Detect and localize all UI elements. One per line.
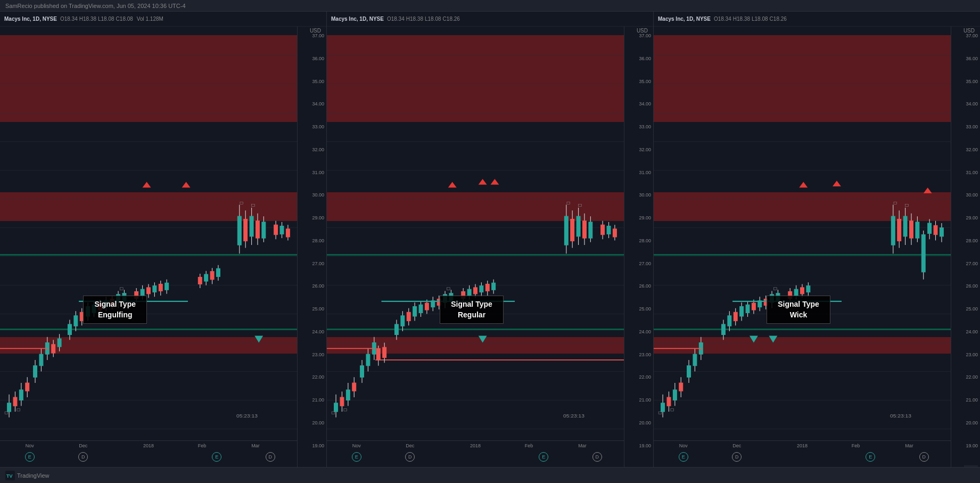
price-31-1: 31.00 [312,170,324,175]
nav-icon-d2-1[interactable]: D [266,452,275,462]
time-mar-3: Mar [905,443,913,448]
svg-rect-159 [485,284,489,291]
price-33-1: 33.00 [312,124,324,129]
price-29-1: 29.00 [312,215,324,220]
svg-rect-138 [419,305,423,313]
svg-rect-15 [7,403,11,412]
svg-rect-33 [17,409,20,411]
svg-rect-17 [13,397,17,406]
time-dec-2: Dec [406,443,414,448]
svg-rect-229 [740,307,744,316]
svg-rect-157 [480,286,483,292]
nav-icon-e-3[interactable]: E [679,452,688,462]
svg-rect-60 [147,288,151,294]
signal-box-1: Signal Type Engulfing [83,296,147,324]
svg-rect-172 [567,202,570,204]
svg-marker-267 [769,336,777,343]
nav-icon-d2-3[interactable]: D [919,452,929,462]
ohlc-2: O18.34H18.38L18.08C18.26 [387,16,462,22]
chart-area-2: 05:23:13 Signal Type Regular [327,27,624,440]
signal-box-2: Signal Type Regular [440,296,504,324]
nav-icon-e2-3[interactable]: E [866,452,875,462]
svg-rect-62 [153,286,157,292]
price-30-1: 30.00 [312,192,324,198]
svg-rect-19 [19,390,23,400]
svg-rect-209 [667,397,671,406]
svg-rect-82 [256,221,260,238]
nav-icon-e2-1[interactable]: E [212,452,221,462]
svg-rect-70 [204,274,208,281]
charts-container: Macys Inc, 1D, NYSE O18.34H18.38L18.08C1… [0,12,980,467]
chart-area-3: 05:23:13 Signal Type Wick [654,27,951,440]
symbol-1: Macys Inc, 1D, NYSE [4,16,57,22]
svg-rect-271 [928,223,932,233]
ohlc-3: O18.34H18.38L18.08C18.26 [714,16,788,22]
nav-icon-e-2[interactable]: E [352,452,361,462]
price-37-2: 37.00 [639,33,651,38]
svg-rect-221 [671,409,674,411]
symbol-2: Macys Inc, 1D, NYSE [331,16,384,22]
price-scale-2: USD 37.00 36.00 35.00 34.00 33.00 32.00 … [624,27,653,467]
svg-rect-85 [240,202,243,204]
nav-icon-d-1[interactable]: D [78,452,88,462]
price-22-2: 22.00 [639,374,651,380]
svg-text:05:23:13: 05:23:13 [563,413,584,419]
nav-icon-d2-2[interactable]: D [592,452,602,462]
time-feb-3: Feb [852,443,860,448]
price-24-1: 24.00 [312,329,324,334]
nav-icon-e-1[interactable]: E [25,452,35,462]
price-25-3: 25.00 [966,306,978,312]
tv-logo-text: TradingView [17,472,50,479]
signal-label2-2: Regular [448,310,496,321]
price-21-3: 21.00 [966,397,978,403]
price-35-1: 35.00 [312,79,324,84]
price-32-1: 32.00 [312,147,324,152]
svg-rect-29 [52,345,55,353]
time-dec-3: Dec [732,443,741,448]
price-27-2: 27.00 [639,261,651,266]
svg-rect-86 [252,204,255,206]
signal-label1-2: Signal Type [448,299,496,310]
price-32-3: 32.00 [966,147,978,152]
svg-text:05:23:13: 05:23:13 [890,413,911,419]
svg-rect-21 [26,383,29,391]
price-21-1: 21.00 [312,397,324,403]
price-20-1: 20.00 [312,420,324,425]
svg-rect-127 [332,412,335,414]
price-30-2: 30.00 [639,192,651,198]
svg-rect-155 [474,288,477,294]
svg-marker-265 [924,187,932,193]
nav-icon-d-3[interactable]: D [732,452,742,462]
time-axis-2: Nov Dec 2018 Feb Mar E D E D [327,440,624,467]
svg-rect-140 [425,303,429,310]
price-31-2: 31.00 [639,170,651,175]
svg-rect-35 [68,324,72,334]
price-35-2: 35.00 [639,79,651,84]
svg-rect-275 [940,228,944,236]
svg-rect-177 [607,226,611,234]
svg-rect-262 [905,204,909,206]
price-31-3: 31.00 [966,170,978,175]
svg-rect-188 [376,348,380,360]
svg-rect-277 [921,235,925,272]
nav-icon-e2-2[interactable]: E [539,452,548,462]
price-19-3: 19.00 [966,443,978,448]
svg-rect-37 [74,316,78,326]
svg-rect-80 [250,216,253,236]
svg-rect-242 [773,288,777,290]
svg-rect-90 [280,226,284,234]
price-23-3: 23.00 [966,352,978,357]
svg-rect-74 [217,268,220,276]
nav-icon-d-2[interactable]: D [405,452,415,462]
price-28-3: 28.00 [966,238,978,243]
signal-label1-3: Signal Type [775,299,822,310]
svg-rect-128 [344,409,347,411]
svg-rect-78 [244,219,248,241]
price-29-2: 29.00 [639,215,651,220]
svg-rect-273 [934,225,937,234]
price-28-1: 28.00 [312,238,324,243]
svg-rect-58 [141,289,144,296]
price-24-3: 24.00 [966,329,978,334]
time-nov-1: Nov [26,443,34,448]
time-mar-1: Mar [251,443,260,448]
